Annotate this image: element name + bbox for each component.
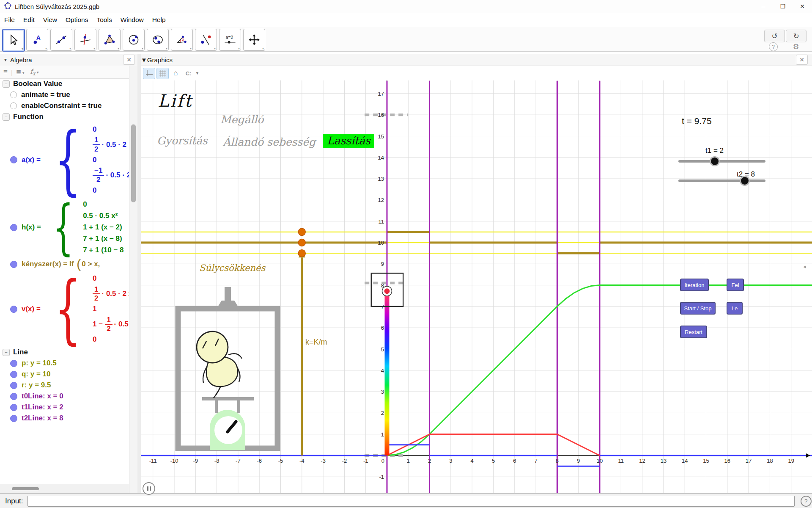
lift-point[interactable]: [384, 288, 390, 294]
undo-button[interactable]: ↺: [764, 30, 785, 42]
reflection-tool-button[interactable]: ▾: [195, 29, 217, 51]
stylebar-dropdown-icon[interactable]: ▼: [195, 71, 199, 75]
x-tick-label: 8: [556, 458, 559, 464]
visibility-toggle-icon[interactable]: [10, 306, 17, 313]
slider-tool-button[interactable]: a=2▾: [219, 29, 241, 51]
y-tick-label: 10: [378, 240, 384, 246]
show-grid-icon[interactable]: [156, 68, 169, 79]
slider-knob-t1[interactable]: [710, 156, 720, 166]
k-ratio-label[interactable]: k=K/m: [305, 338, 327, 347]
move-tool-button[interactable]: ▾: [2, 29, 25, 52]
visibility-toggle-icon[interactable]: [10, 393, 17, 400]
algebra-item-q[interactable]: q: y = 10: [10, 369, 129, 380]
collapse-minus-icon[interactable]: −: [3, 113, 10, 121]
perpendicular-line-tool-button[interactable]: ▾: [74, 29, 96, 51]
collapse-triangle-icon[interactable]: ▼: [141, 56, 147, 64]
iteration-button[interactable]: Iteration: [680, 279, 709, 291]
algebra-item-ax[interactable]: a(x) ={012· 0.5 · 20−12· 0.5 · 20: [10, 122, 129, 198]
slider-knob-t2[interactable]: [740, 176, 750, 186]
menu-tools[interactable]: Tools: [92, 13, 116, 27]
input-help-icon[interactable]: ?: [801, 496, 812, 507]
function-style-icon[interactable]: fx ▾: [30, 68, 38, 77]
visibility-toggle-icon[interactable]: [10, 156, 17, 163]
allando-sebesseg-text[interactable]: Állandó sebesség: [223, 136, 315, 148]
collapse-minus-icon[interactable]: −: [3, 349, 10, 356]
panel-collapse-arrow-icon[interactable]: ◂: [803, 263, 806, 270]
line-tool-button[interactable]: ▾: [50, 29, 72, 51]
visibility-toggle-icon[interactable]: [10, 360, 17, 367]
menu-window[interactable]: Window: [116, 13, 148, 27]
sulycsokkenes-text[interactable]: Súlycsökkenés: [199, 263, 265, 273]
algebra-horizontal-scrollbar[interactable]: [0, 484, 129, 493]
lift-title-text[interactable]: Lift: [158, 91, 192, 110]
visibility-toggle-icon[interactable]: [10, 261, 17, 268]
conic-tool-button[interactable]: ▾: [147, 29, 169, 51]
orange-point[interactable]: [298, 228, 305, 235]
y-tick-label: 3: [381, 389, 384, 395]
time-value-label[interactable]: t = 9.75: [682, 116, 712, 126]
polygon-tool-button[interactable]: ▾: [99, 29, 121, 51]
circle-tool-button[interactable]: ▾: [123, 29, 145, 51]
point-capturing-icon[interactable]: C:: [183, 68, 194, 79]
redo-button[interactable]: ↻: [786, 30, 807, 42]
command-input[interactable]: [27, 496, 795, 507]
x-tick-label: 7: [534, 458, 537, 464]
help-button[interactable]: ?: [769, 42, 778, 51]
y-tick-label: 12: [378, 197, 384, 203]
visibility-toggle-icon[interactable]: [10, 382, 17, 389]
visibility-toggle-icon[interactable]: [10, 91, 17, 98]
algebra-item-p[interactable]: p: y = 10.5: [10, 358, 129, 369]
x-tick-label: 4: [471, 458, 474, 464]
angle-tool-button[interactable]: α▾: [171, 29, 193, 51]
graphics-close-icon[interactable]: ✕: [796, 55, 808, 65]
orange-point[interactable]: [298, 250, 305, 257]
collapse-triangle-icon[interactable]: ▼: [3, 58, 8, 62]
point-tool-button[interactable]: A▾: [26, 29, 48, 51]
menu-view[interactable]: View: [39, 13, 61, 27]
algebra-item-t1Line[interactable]: t1Line: x = 2: [10, 402, 129, 413]
restart-button[interactable]: Restart: [680, 326, 707, 338]
pause-animation-button[interactable]: [143, 482, 155, 495]
algebra-item-animate[interactable]: animate = true: [10, 89, 129, 100]
show-axes-icon[interactable]: [143, 68, 155, 79]
le-button[interactable]: Le: [727, 302, 743, 315]
auxiliary-objects-icon[interactable]: ≡: [3, 68, 8, 76]
algebra-item-enableConstraint[interactable]: enableConstraint = true: [10, 100, 129, 111]
panel-splitter[interactable]: [137, 54, 141, 493]
menu-help[interactable]: Help: [148, 13, 170, 27]
algebra-item-hx[interactable]: h(x) ={00.5 · 0.5 x²1 + 1 (x − 2)7 + 1 (…: [10, 198, 129, 257]
x-tick-label: 10: [597, 458, 603, 464]
visibility-toggle-icon[interactable]: [10, 102, 17, 109]
menu-file[interactable]: File: [0, 13, 19, 27]
slider-track-t1[interactable]: [678, 160, 765, 163]
maximize-button[interactable]: ❐: [773, 0, 793, 13]
move-graphics-tool-button[interactable]: ▾: [243, 29, 265, 51]
algebra-item-t2Line[interactable]: t2Line: x = 8: [10, 413, 129, 424]
home-view-icon[interactable]: ⌂: [170, 68, 181, 79]
visibility-toggle-icon[interactable]: [10, 404, 17, 411]
algebra-vertical-scrollbar[interactable]: [129, 66, 138, 493]
visibility-toggle-icon[interactable]: [10, 224, 17, 231]
visibility-toggle-icon[interactable]: [10, 371, 17, 378]
algebra-item-vx[interactable]: v(x) ={012· 0.5 · 2 x11 −12· 0.5 · 20: [10, 271, 129, 347]
orange-point[interactable]: [298, 239, 305, 246]
menu-edit[interactable]: Edit: [19, 13, 39, 27]
sort-objects-icon[interactable]: ≣ ▾: [16, 68, 25, 76]
algebra-group-boolean-value[interactable]: −Boolean Value: [3, 78, 129, 89]
minimize-button[interactable]: –: [754, 0, 773, 13]
collapse-minus-icon[interactable]: −: [3, 80, 10, 88]
megallo-text[interactable]: Megálló: [220, 113, 263, 126]
start-stop-button[interactable]: Start / Stop: [680, 302, 716, 315]
algebra-item-r[interactable]: r: y = 9.5: [10, 380, 129, 391]
figure-head: [197, 331, 228, 363]
visibility-toggle-icon[interactable]: [10, 415, 17, 422]
fel-button[interactable]: Fel: [727, 279, 744, 291]
algebra-close-icon[interactable]: ✕: [123, 55, 135, 65]
slider-track-t2[interactable]: [678, 179, 765, 182]
menu-options[interactable]: Options: [61, 13, 92, 27]
settings-gear-icon[interactable]: ⚙: [791, 41, 801, 52]
close-button[interactable]: ✕: [793, 0, 812, 13]
gyorsitas-text[interactable]: Gyorsítás: [157, 135, 208, 147]
lassitas-text[interactable]: Lassítás: [323, 134, 374, 148]
algebra-item-t0Line[interactable]: t0Line: x = 0: [10, 391, 129, 402]
